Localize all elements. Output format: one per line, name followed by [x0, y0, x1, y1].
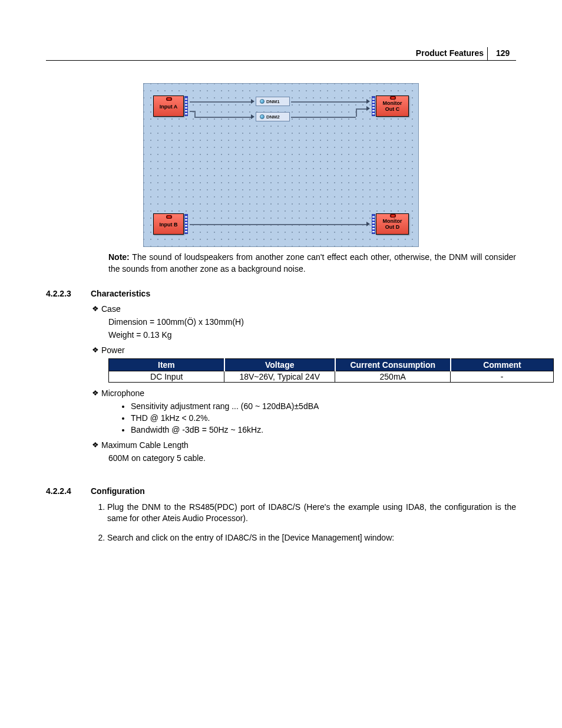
- table-cell: 18V~26V, Typical 24V: [224, 371, 335, 383]
- table-header-comment: Comment: [451, 359, 554, 371]
- wire: [194, 117, 252, 118]
- block-label: DNM2: [266, 114, 280, 120]
- table-header-current: Current Consumption: [335, 359, 451, 371]
- subheading-case: ❖Case: [92, 304, 516, 314]
- block-label-line2: Out D: [385, 224, 400, 230]
- port-strip: [184, 214, 188, 234]
- note-paragraph: Note: The sound of loudspeakers from ano…: [108, 252, 516, 275]
- signal-flow-diagram: Input A Input B Monitor Out C Monitor Ou…: [143, 83, 419, 247]
- list-item: THD @ 1kHz < 0.2%.: [131, 413, 516, 423]
- list-item: Sensitivity adjustment rang ... (60 ~ 12…: [131, 401, 516, 411]
- arrow-icon: [366, 222, 370, 226]
- table-header-voltage: Voltage: [224, 359, 335, 371]
- arrow-icon: [366, 106, 370, 111]
- led-icon: [166, 97, 172, 101]
- arrow-icon: [251, 99, 254, 104]
- block-dnm2: DNM2: [256, 112, 290, 121]
- section-title: Configuration: [91, 486, 145, 496]
- header-title: Product Features: [416, 47, 488, 60]
- wire: [356, 108, 357, 117]
- subheading-label: Case: [101, 304, 121, 314]
- section-title: Characteristics: [91, 289, 150, 298]
- wire: [190, 101, 252, 103]
- block-monitor-out-c: Monitor Out C: [376, 95, 409, 117]
- diamond-bullet-icon: ❖: [92, 388, 99, 397]
- subheading-cable-length: ❖Maximum Cable Length: [92, 440, 516, 450]
- block-label-line1: Monitor: [383, 218, 402, 224]
- section-heading-characteristics: 4.2.2.3 Characteristics: [46, 289, 516, 298]
- wire: [356, 108, 368, 110]
- subheading-microphone: ❖Microphone: [92, 388, 516, 398]
- microphone-list: Sensitivity adjustment rang ... (60 ~ 12…: [120, 401, 516, 434]
- wire: [190, 111, 194, 112]
- subheading-power: ❖Power: [92, 345, 516, 355]
- table-header-row: Item Voltage Current Consumption Comment: [109, 359, 554, 371]
- list-item: Bandwidth @ -3dB = 50Hz ~ 16kHz.: [131, 425, 516, 434]
- arrow-icon: [366, 99, 370, 104]
- dnm-indicator-icon: [260, 114, 265, 119]
- case-weight: Weight = 0.13 Kg: [108, 330, 516, 340]
- block-dnm1: DNM1: [256, 97, 290, 106]
- port-strip: [184, 96, 188, 116]
- subheading-label: Power: [101, 345, 125, 355]
- subheading-label: Microphone: [101, 388, 144, 398]
- section-number: 4.2.2.3: [46, 289, 78, 298]
- led-icon: [166, 215, 172, 219]
- port-strip: [372, 214, 375, 234]
- diamond-bullet-icon: ❖: [92, 345, 99, 354]
- diamond-bullet-icon: ❖: [92, 440, 99, 449]
- header-page-number: 129: [488, 47, 516, 60]
- block-label: DNM1: [266, 99, 280, 104]
- led-icon: [390, 214, 396, 218]
- note-text: The sound of loudspeakers from another z…: [108, 252, 516, 274]
- block-label: Input B: [160, 222, 178, 228]
- table-cell: -: [451, 371, 554, 383]
- wire: [291, 117, 356, 118]
- table-row: DC Input 18V~26V, Typical 24V 250mA -: [109, 371, 554, 383]
- wire: [194, 111, 196, 117]
- dnm-indicator-icon: [260, 99, 265, 104]
- block-label-line2: Out C: [385, 106, 400, 112]
- block-monitor-out-d: Monitor Out D: [376, 213, 409, 235]
- subheading-label: Maximum Cable Length: [101, 440, 189, 450]
- page-header: Product Features 129: [46, 47, 516, 61]
- port-strip: [372, 96, 375, 116]
- section-number: 4.2.2.4: [46, 486, 78, 496]
- table-header-item: Item: [109, 359, 224, 371]
- section-heading-configuration: 4.2.2.4 Configuration: [46, 486, 516, 496]
- led-icon: [390, 96, 396, 100]
- table-cell: DC Input: [109, 371, 224, 383]
- case-dimension: Dimension = 100mm(Ö) x 130mm(H): [108, 317, 516, 327]
- block-input-b: Input B: [153, 213, 184, 235]
- block-input-a: Input A: [153, 95, 184, 117]
- cable-length-text: 600M on category 5 cable.: [108, 453, 516, 463]
- wire: [291, 101, 368, 103]
- list-item: Plug the DNM to the RS485(PDC) port of I…: [107, 502, 516, 524]
- diamond-bullet-icon: ❖: [92, 304, 99, 313]
- configuration-steps: Plug the DNM to the RS485(PDC) port of I…: [94, 502, 516, 543]
- block-label: Input A: [160, 104, 178, 110]
- arrow-icon: [251, 114, 254, 119]
- wire: [190, 224, 368, 225]
- block-label-line1: Monitor: [383, 100, 402, 106]
- note-label: Note:: [108, 252, 130, 262]
- list-item: Search and click on the entry of IDA8C/S…: [107, 532, 516, 543]
- table-cell: 250mA: [335, 371, 451, 383]
- power-table: Item Voltage Current Consumption Comment…: [108, 358, 554, 383]
